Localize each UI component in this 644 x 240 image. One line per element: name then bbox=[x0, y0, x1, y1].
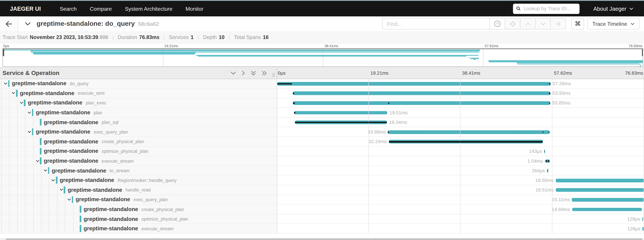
service-color-bar bbox=[40, 119, 42, 126]
span-row-execute_stream[interactable]: greptime-standaloneexecute_stream1.04ms bbox=[0, 156, 644, 166]
span-duration-bar[interactable] bbox=[642, 227, 644, 231]
focus-span-button[interactable] bbox=[505, 18, 520, 30]
span-timeline-cell[interactable]: 53.85ms bbox=[277, 98, 644, 108]
span-name-cell[interactable]: greptime-standaloneto_stream bbox=[0, 166, 277, 175]
minimap-canvas[interactable] bbox=[2, 48, 643, 67]
span-name-cell[interactable]: greptime-standalonedo_query bbox=[0, 79, 277, 88]
find-next-button[interactable] bbox=[536, 18, 551, 30]
span-timeline-cell[interactable]: 18.55ms bbox=[277, 176, 644, 185]
span-name-cell[interactable]: greptime-standalonehandle_read bbox=[0, 185, 277, 195]
span-name-cell[interactable]: greptime-standaloneexec_query_plan bbox=[0, 127, 277, 136]
span-duration-bar[interactable] bbox=[642, 217, 643, 221]
span-timeline-cell[interactable]: 53.93ms bbox=[277, 89, 644, 98]
indent-guide bbox=[25, 185, 26, 195]
span-row-execute_stream[interactable]: greptime-standaloneexecute_stream126μs bbox=[0, 224, 644, 234]
span-row-RegionInvoker::handle_query[interactable]: greptime-standaloneRegionInvoker::handle… bbox=[0, 176, 644, 185]
app-logo[interactable]: JAEGER UI bbox=[10, 5, 41, 12]
find-help-button[interactable]: ? bbox=[490, 18, 505, 30]
find-clear-button[interactable] bbox=[551, 18, 566, 30]
horizontal-scrollbar-thumb[interactable] bbox=[6, 238, 642, 240]
span-row-optimize_physical_plan[interactable]: greptime-standaloneoptimize_physical_pla… bbox=[0, 214, 644, 224]
span-duration-bar[interactable] bbox=[293, 92, 550, 95]
span-expand-chevron-icon[interactable] bbox=[28, 111, 31, 114]
span-row-handle_read[interactable]: greptime-standalonehandle_read18.51ms bbox=[0, 185, 644, 195]
span-expand-chevron-icon[interactable] bbox=[20, 102, 23, 104]
column-resize-grip[interactable] bbox=[272, 73, 274, 77]
minimap-right-scrubber[interactable] bbox=[642, 49, 643, 56]
span-row-exec_query_plan[interactable]: greptime-standaloneexec_query_plan15.11m… bbox=[0, 195, 644, 205]
indent-guide bbox=[25, 156, 26, 165]
span-timeline-cell[interactable]: 126μs bbox=[277, 224, 644, 233]
about-jaeger-menu[interactable]: About Jaeger bbox=[593, 5, 633, 12]
span-name-cell[interactable]: greptime-standaloneRegionInvoker::handle… bbox=[0, 176, 277, 185]
span-timeline-cell[interactable]: 143μs bbox=[277, 147, 644, 156]
span-row-create_physical_plan[interactable]: greptime-standalonecreate_physical_plan1… bbox=[0, 205, 644, 214]
span-duration-bar[interactable] bbox=[572, 208, 642, 211]
span-duration-label: 57.28ms bbox=[552, 81, 571, 86]
expand-one-icon[interactable] bbox=[240, 69, 246, 77]
span-row-optimize_physical_plan[interactable]: greptime-standaloneoptimize_physical_pla… bbox=[0, 147, 644, 156]
span-name-cell[interactable]: greptime-standaloneplan_exec bbox=[0, 98, 277, 108]
span-expand-chevron-icon[interactable] bbox=[52, 179, 55, 182]
minimap-left-scrubber[interactable] bbox=[3, 49, 4, 56]
find-prev-button[interactable] bbox=[520, 18, 536, 30]
span-expand-chevron-icon[interactable] bbox=[60, 189, 63, 191]
span-expand-chevron-icon[interactable] bbox=[44, 169, 47, 172]
trace-lookup-box[interactable] bbox=[513, 3, 580, 14]
span-duration-bar[interactable] bbox=[294, 111, 388, 115]
trace-lookup-input[interactable] bbox=[523, 5, 576, 12]
span-timeline-cell[interactable]: 19.34ms bbox=[277, 118, 644, 127]
span-row-plan[interactable]: greptime-standaloneplan19.51ms bbox=[0, 108, 644, 118]
span-expand-chevron-icon[interactable] bbox=[68, 198, 71, 201]
span-expand-chevron-icon[interactable] bbox=[36, 160, 39, 162]
span-timeline-cell[interactable]: 19.51ms bbox=[277, 108, 644, 117]
nav-item-monitor[interactable]: Monitor bbox=[186, 5, 203, 12]
span-name-cell[interactable]: greptime-standaloneplan bbox=[0, 108, 277, 117]
span-timeline-cell[interactable]: 33.89ms bbox=[277, 127, 644, 136]
span-name-cell[interactable]: greptime-standaloneoptimize_physical_pla… bbox=[0, 147, 277, 156]
trace-view-selector[interactable]: Trace Timeline bbox=[588, 18, 640, 30]
span-row-to_stream[interactable]: greptime-standaloneto_stream264μs bbox=[0, 166, 644, 176]
span-timeline-cell[interactable]: 128μs bbox=[277, 214, 644, 224]
span-expand-chevron-icon[interactable] bbox=[12, 92, 16, 95]
collapse-all-icon[interactable] bbox=[250, 69, 257, 77]
collapse-one-icon[interactable] bbox=[230, 70, 237, 76]
span-name-cell[interactable]: greptime-standaloneoptimize_physical_pla… bbox=[0, 214, 277, 224]
span-timeline-cell[interactable]: 14.69ms bbox=[277, 205, 644, 214]
span-duration-bar[interactable] bbox=[388, 130, 550, 134]
span-timeline-cell[interactable]: 18.51ms bbox=[277, 185, 644, 195]
span-expand-chevron-icon[interactable] bbox=[28, 131, 31, 133]
span-timeline-cell[interactable]: 57.28ms bbox=[277, 79, 644, 88]
keyboard-shortcuts-button[interactable]: ⌘ bbox=[572, 18, 584, 30]
span-timeline-cell[interactable]: 15.11ms bbox=[277, 195, 644, 204]
span-row-do_query[interactable]: greptime-standalonedo_query57.28ms bbox=[0, 79, 644, 89]
span-row-plan_sql[interactable]: greptime-standaloneplan_sql19.34ms bbox=[0, 118, 644, 127]
span-expand-chevron-icon[interactable] bbox=[4, 82, 8, 85]
nav-item-search[interactable]: Search bbox=[60, 5, 77, 12]
span-row-exec_query_plan[interactable]: greptime-standaloneexec_query_plan33.89m… bbox=[0, 127, 644, 137]
span-name-cell[interactable]: greptime-standalonecreate_physical_plan bbox=[0, 205, 277, 214]
span-timeline-cell[interactable]: 1.04ms bbox=[277, 156, 644, 165]
span-name-cell[interactable]: greptime-standalonecreate_physical_plan bbox=[0, 137, 277, 146]
span-row-execute_stmt[interactable]: greptime-standaloneexecute_stmt53.93ms bbox=[0, 89, 644, 98]
back-button[interactable] bbox=[0, 16, 18, 31]
span-duration-bar[interactable] bbox=[293, 101, 550, 105]
span-duration-bar[interactable] bbox=[572, 198, 644, 202]
nav-item-system-architecture[interactable]: System Architecture bbox=[125, 5, 172, 12]
span-name-cell[interactable]: greptime-standaloneexecute_stmt bbox=[0, 89, 277, 98]
span-name-cell[interactable]: greptime-standaloneexecute_stream bbox=[0, 156, 277, 165]
span-row-plan_exec[interactable]: greptime-standaloneplan_exec53.85ms bbox=[0, 98, 644, 108]
nav-item-compare[interactable]: Compare bbox=[90, 5, 112, 12]
span-name-cell[interactable]: greptime-standaloneexec_query_plan bbox=[0, 195, 277, 204]
span-timeline-cell[interactable]: 32.24ms bbox=[277, 137, 644, 146]
span-row-create_physical_plan[interactable]: greptime-standalonecreate_physical_plan3… bbox=[0, 137, 644, 147]
span-duration-bar[interactable] bbox=[556, 179, 644, 182]
span-name-cell[interactable]: greptime-standaloneplan_sql bbox=[0, 118, 277, 127]
span-duration-bar[interactable] bbox=[277, 82, 550, 86]
collapse-trace-chevron[interactable] bbox=[25, 22, 31, 26]
span-timeline-cell[interactable]: 264μs bbox=[277, 166, 644, 175]
find-input[interactable] bbox=[382, 18, 490, 30]
span-name-cell[interactable]: greptime-standaloneexecute_stream bbox=[0, 224, 277, 233]
expand-all-icon[interactable] bbox=[260, 69, 268, 77]
span-duration-bar[interactable] bbox=[556, 188, 644, 192]
